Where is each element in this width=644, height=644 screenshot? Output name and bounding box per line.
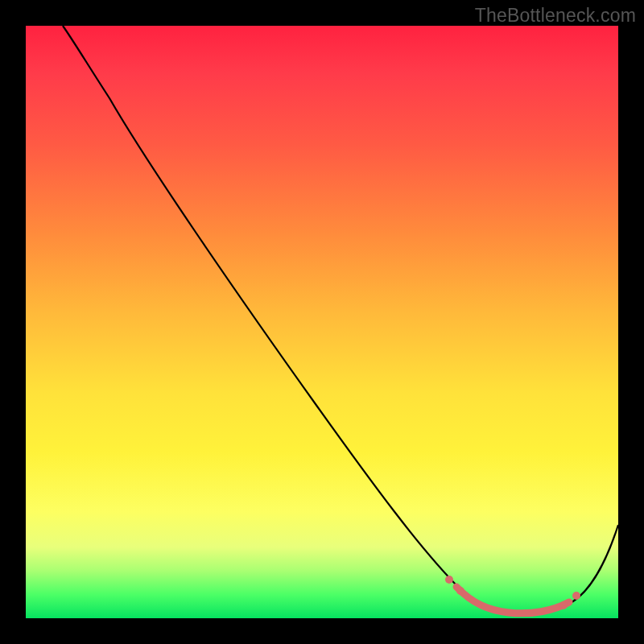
highlight-dot-right-outer (572, 592, 580, 600)
chart-frame: TheBottleneck.com (0, 0, 644, 644)
bottleneck-curve (63, 26, 618, 614)
chart-overlay (26, 26, 618, 618)
highlight-dot-left-outer (445, 576, 453, 584)
watermark-text: TheBottleneck.com (475, 5, 636, 27)
highlight-dot-left-inner (456, 587, 464, 595)
highlight-trough-segment (456, 587, 569, 613)
highlight-dot-right-inner (559, 601, 568, 609)
